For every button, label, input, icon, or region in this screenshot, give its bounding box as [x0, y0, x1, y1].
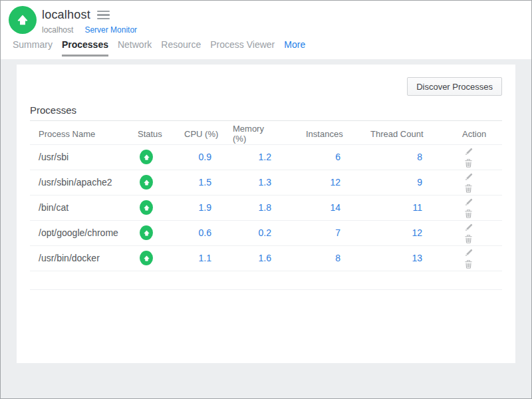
tab-network[interactable]: Network	[118, 39, 152, 57]
instances-value-link[interactable]: 12	[330, 177, 340, 188]
cpu-value-link[interactable]: 1.9	[199, 202, 211, 213]
section-title: Processes	[30, 104, 502, 121]
action-cell	[437, 144, 502, 170]
cpu-value-link[interactable]: 0.6	[199, 227, 211, 238]
app-window: localhost localhost Server Monitor Summa…	[0, 0, 532, 399]
thread-count-value-link[interactable]: 9	[417, 177, 422, 188]
memory-cell: 1.6	[223, 245, 276, 271]
column-header-status: Status	[138, 121, 184, 144]
edit-icon[interactable]	[464, 147, 473, 157]
delete-icon[interactable]	[464, 209, 473, 219]
monitor-header: localhost localhost Server Monitor Summa…	[1, 1, 531, 59]
process-name-cell: /usr/sbi	[30, 144, 138, 170]
process-name-cell: /usr/bin/docker	[30, 245, 138, 271]
memory-value-link[interactable]: 1.2	[259, 152, 271, 162]
tab-process-viewer[interactable]: Process Viewer	[210, 39, 275, 57]
column-header-thread-count: Thread Count	[342, 121, 437, 144]
memory-value-link[interactable]: 1.8	[259, 202, 271, 213]
tab-resource[interactable]: Resource	[161, 39, 201, 57]
process-table: Process NameStatusCPU (%)Memory (%)Insta…	[30, 121, 502, 290]
table-row: /usr/sbi 0.9 1.2 6 8	[30, 144, 502, 170]
process-name-cell: /opt/google/chrome	[30, 220, 138, 245]
instances-value-link[interactable]: 7	[335, 227, 340, 238]
thread-count-value-link[interactable]: 11	[412, 202, 422, 213]
tab-processes[interactable]: Processes	[62, 39, 108, 57]
discover-processes-button[interactable]: Discover Processes	[407, 77, 502, 96]
edit-icon[interactable]	[464, 172, 473, 182]
delete-icon[interactable]	[464, 184, 473, 194]
memory-value-link[interactable]: 0.2	[259, 227, 271, 238]
monitor-status-icon	[9, 6, 37, 34]
thread-count-value-link[interactable]: 12	[412, 227, 422, 238]
instances-value-link[interactable]: 14	[330, 202, 340, 213]
action-cell	[437, 245, 502, 271]
cpu-cell: 1.9	[184, 195, 223, 220]
threads-cell: 11	[342, 195, 437, 220]
status-up-icon	[140, 200, 153, 215]
memory-value-link[interactable]: 1.6	[259, 253, 271, 263]
edit-icon[interactable]	[464, 223, 473, 233]
monitor-type-link[interactable]: Server Monitor	[84, 25, 137, 35]
up-arrow-icon	[16, 13, 29, 27]
instances-cell: 8	[276, 245, 342, 271]
delete-icon[interactable]	[464, 158, 473, 168]
memory-cell: 1.3	[223, 170, 276, 195]
memory-value-link[interactable]: 1.3	[259, 177, 271, 188]
panel-toolbar: Discover Processes	[30, 65, 502, 96]
instances-cell: 6	[276, 144, 342, 170]
threads-cell: 12	[342, 220, 437, 245]
status-cell	[138, 195, 184, 220]
threads-cell: 13	[342, 245, 437, 271]
page-title: localhost	[42, 8, 90, 22]
status-cell	[138, 144, 184, 170]
host-label: localhost	[42, 25, 73, 35]
column-header-cpu: CPU (%)	[184, 121, 223, 144]
instances-value-link[interactable]: 8	[335, 253, 340, 263]
memory-cell: 1.8	[223, 195, 276, 220]
action-cell	[437, 220, 502, 245]
cpu-cell: 0.6	[184, 220, 223, 245]
instances-cell: 7	[276, 220, 342, 245]
table-row: /opt/google/chrome 0.6 0.2 7 12	[30, 220, 502, 245]
edit-icon[interactable]	[464, 248, 473, 258]
memory-cell: 0.2	[223, 220, 276, 245]
thread-count-value-link[interactable]: 13	[412, 253, 422, 263]
table-row: /usr/sbin/apache2 1.5 1.3 12 9	[30, 170, 502, 195]
status-up-icon	[140, 150, 153, 164]
tab-summary[interactable]: Summary	[13, 39, 53, 57]
cpu-cell: 1.1	[184, 245, 223, 271]
column-header-memory: Memory (%)	[223, 121, 276, 144]
cpu-cell: 1.5	[184, 170, 223, 195]
delete-icon[interactable]	[464, 234, 473, 244]
instances-value-link[interactable]: 6	[335, 152, 340, 162]
cpu-value-link[interactable]: 1.5	[199, 177, 211, 188]
status-cell	[138, 170, 184, 195]
threads-cell: 9	[342, 170, 437, 195]
status-up-icon	[140, 225, 153, 240]
table-row: /bin/cat 1.9 1.8 14 11	[30, 195, 502, 220]
empty-row	[30, 271, 502, 289]
cpu-cell: 0.9	[184, 144, 223, 170]
process-name-cell: /bin/cat	[30, 195, 138, 220]
status-cell	[138, 245, 184, 271]
thread-count-value-link[interactable]: 8	[417, 152, 422, 162]
status-up-icon	[140, 251, 153, 265]
action-cell	[437, 195, 502, 220]
instances-cell: 12	[276, 170, 342, 195]
instances-cell: 14	[276, 195, 342, 220]
column-header-action: Action	[437, 121, 502, 144]
column-header-process-name: Process Name	[30, 121, 138, 144]
hamburger-icon[interactable]	[97, 9, 110, 21]
processes-panel: Discover Processes Processes Process Nam…	[17, 65, 515, 363]
status-up-icon	[140, 175, 153, 190]
cpu-value-link[interactable]: 0.9	[199, 152, 211, 162]
process-table-body: /usr/sbi 0.9 1.2 6 8	[30, 144, 502, 289]
memory-cell: 1.2	[223, 144, 276, 170]
cpu-value-link[interactable]: 1.1	[199, 253, 211, 263]
column-header-instances: Instances	[276, 121, 342, 144]
delete-icon[interactable]	[464, 259, 473, 269]
edit-icon[interactable]	[464, 198, 473, 207]
tab-more[interactable]: More	[284, 39, 305, 57]
process-name-cell: /usr/sbin/apache2	[30, 170, 138, 195]
status-cell	[138, 220, 184, 245]
